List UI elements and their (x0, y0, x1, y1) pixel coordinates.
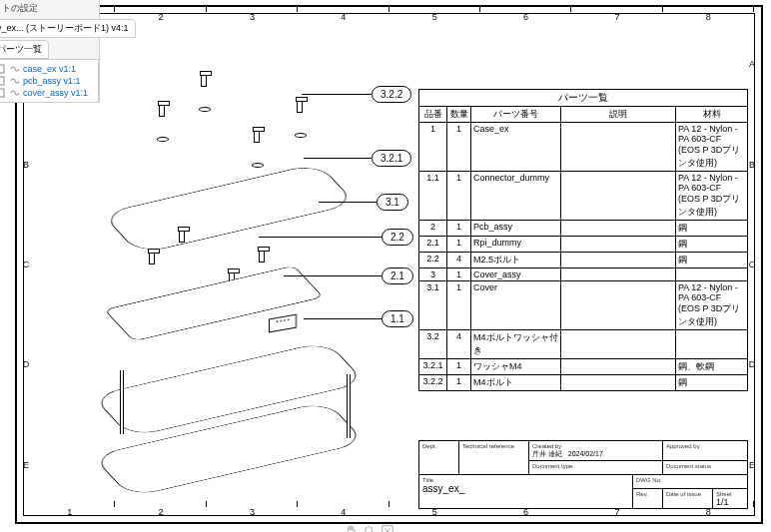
tab-storyboard[interactable]: y_ex... (ストーリーボード1) v4:1 (0, 19, 136, 38)
table-row[interactable]: 3.11CoverPA 12 - Nylon - PA 603-CF (EOS … (419, 281, 748, 330)
leader-line (304, 318, 382, 319)
washer-m4 (199, 107, 211, 112)
screw-m4 (201, 73, 207, 87)
cell-mat: PA 12 - Nylon - PA 603-CF (EOS P 3Dプリンタ使… (676, 123, 748, 172)
tree-item-case[interactable]: case_ex v1:1 (0, 63, 96, 75)
table-row[interactable]: 21Pcb_assy鋼 (419, 221, 748, 237)
component-icon (0, 64, 5, 74)
cell-num: 2.2 (419, 253, 447, 268)
cell-desc (561, 237, 676, 253)
screw-m4 (297, 99, 303, 113)
svg-rect-0 (0, 65, 4, 73)
title-block: Dept. Technical reference Created by 芹井 … (418, 440, 748, 509)
table-row[interactable]: 11Case_exPA 12 - Nylon - PA 603-CF (EOS … (419, 123, 748, 172)
cell-qty: 1 (447, 172, 471, 221)
cell-num: 3.1 (419, 281, 447, 330)
screw-m4 (159, 103, 165, 117)
th-num: 品番 (419, 107, 447, 123)
cell-num: 3 (419, 268, 447, 281)
cell-part: Connector_dummy (471, 172, 561, 221)
exploded-view[interactable] (59, 69, 388, 488)
svg-point-3 (366, 527, 373, 532)
cell-qty: 1 (447, 123, 471, 172)
cell-num: 2.1 (419, 237, 447, 253)
screw-m25 (259, 249, 265, 263)
connector (269, 314, 297, 333)
ruler-row: B (747, 114, 757, 214)
cell-part: M2.5ボルト (471, 253, 561, 268)
ruler-row: A (747, 14, 757, 114)
tb-techref-label: Technical reference (462, 443, 514, 449)
balloon: 2.1 (382, 267, 413, 284)
tb-date-label: Date of issue (666, 491, 701, 497)
table-row[interactable]: 31Cover_assy (419, 268, 748, 281)
cell-mat: 鋼 (676, 375, 748, 391)
ruler-row: C (747, 215, 757, 314)
balloon: 3.2.1 (372, 150, 411, 167)
cell-part: Pcb_assy (471, 221, 561, 237)
table-row[interactable]: 3.24M4ボルトワッシャ付き (419, 330, 748, 359)
table-row[interactable]: 1.11Connector_dummyPA 12 - Nylon - PA 60… (419, 172, 748, 221)
cell-qty: 4 (447, 253, 471, 268)
cell-mat: PA 12 - Nylon - PA 603-CF (EOS P 3Dプリンタ使… (676, 172, 748, 221)
inner-frame: 1 2 3 4 5 6 7 8 1 2 3 4 5 6 7 8 A B C D … (23, 13, 755, 516)
leader-line (259, 237, 382, 238)
leader-line (302, 94, 372, 95)
cell-qty: 1 (447, 221, 471, 237)
cell-qty: 1 (447, 359, 471, 375)
cell-qty: 1 (447, 237, 471, 253)
cell-qty: 1 (447, 375, 471, 391)
cell-num: 1.1 (419, 172, 447, 221)
tb-doctype-label: Document type (532, 463, 572, 469)
tb-rev-label: Rev. (636, 491, 648, 497)
cell-part: Case_ex (471, 123, 561, 172)
ruler-col: 8 (663, 12, 754, 22)
cell-desc (561, 268, 676, 281)
tb-sheet: 1/1 (716, 497, 729, 507)
tb-created-label: Created by (532, 443, 561, 449)
tree-label: pcb_assy v1:1 (23, 76, 81, 86)
parts-table-title: パーツ一覧 (418, 89, 748, 106)
ruler-col: 6 (480, 12, 571, 22)
component-icon (0, 76, 5, 86)
cell-num: 2 (419, 221, 447, 237)
ruler-row: C (21, 215, 31, 314)
table-row[interactable]: 2.24M2.5ボルト鋼 (419, 253, 748, 268)
cell-mat: 鋼 (676, 253, 748, 268)
zoom-icon[interactable] (363, 524, 377, 532)
cell-mat (676, 330, 748, 359)
cell-part: Cover_assy (471, 268, 561, 281)
ruler-col: 1 (24, 507, 115, 517)
svg-rect-1 (0, 77, 4, 85)
cell-part: Rpi_dummy (471, 237, 561, 253)
model-tree: case_ex v1:1 pcb_assy v1:1 cover_assy v1… (0, 59, 99, 103)
hand-icon[interactable] (345, 524, 359, 532)
ruler-row: B (21, 114, 31, 214)
cell-num: 1 (419, 123, 447, 172)
tb-created-date: 2024/02/17 (568, 450, 603, 457)
link-icon (9, 76, 19, 86)
washer-m4 (295, 133, 307, 138)
ruler-col: 4 (298, 12, 388, 22)
cell-num: 3.2.2 (419, 375, 447, 391)
washer-m4 (252, 163, 264, 168)
cover-plate (101, 163, 357, 254)
table-row[interactable]: 3.2.11ワッシャM4鋼、軟鋼 (419, 359, 748, 375)
post (347, 374, 351, 438)
tree-item-pcb[interactable]: pcb_assy v1:1 (0, 75, 96, 87)
tree-item-cover[interactable]: cover_assy v1:1 (0, 87, 96, 99)
table-row[interactable]: 2.11Rpi_dummy鋼 (419, 237, 748, 253)
ruler-col: 7 (571, 12, 662, 22)
balloon: 3.2.2 (372, 86, 411, 103)
fit-icon[interactable] (381, 524, 394, 532)
link-icon (9, 64, 19, 74)
ruler-col: 3 (207, 507, 298, 517)
table-row[interactable]: 3.2.21M4ボルト鋼 (419, 375, 748, 391)
drawing-frame: 1 2 3 4 5 6 7 8 1 2 3 4 5 6 7 8 A B C D … (15, 5, 763, 524)
ruler-row: D (747, 314, 757, 414)
tab-parts-list[interactable]: パーツ一覧 (0, 40, 49, 59)
washer-m4 (157, 137, 169, 142)
post (120, 370, 124, 434)
component-icon (0, 88, 5, 98)
ruler-row: D (21, 314, 31, 414)
